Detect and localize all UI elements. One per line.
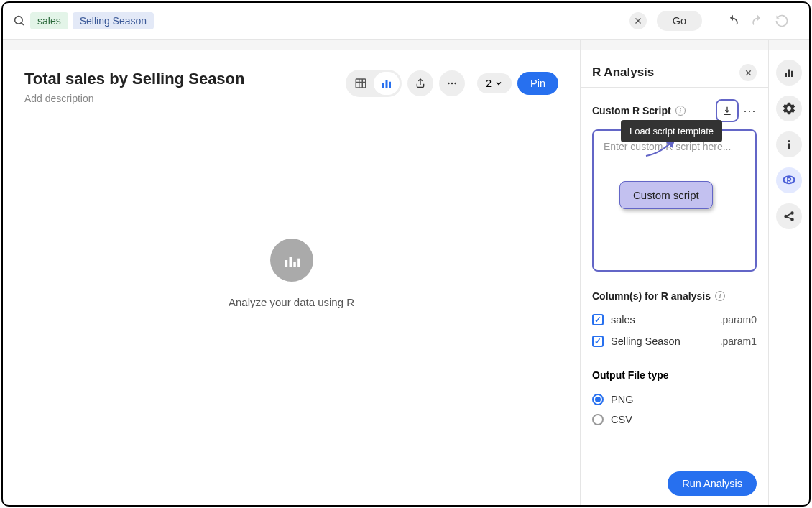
rail-share-button[interactable]: [776, 203, 802, 229]
output-option-csv[interactable]: CSV: [592, 410, 757, 430]
panel-title: R Analysis: [592, 65, 654, 80]
svg-rect-15: [289, 257, 292, 267]
rail-info-button[interactable]: [776, 131, 802, 157]
right-rail: R: [769, 40, 809, 506]
radio-label: PNG: [611, 394, 633, 405]
redo-button[interactable]: [750, 14, 765, 28]
column-name: sales: [611, 314, 713, 325]
go-button[interactable]: Go: [657, 11, 702, 31]
script-input[interactable]: Enter custom R script here... Custom scr…: [592, 129, 757, 272]
svg-point-29: [785, 216, 787, 218]
column-name: Selling Season: [611, 336, 713, 347]
reset-button[interactable]: [775, 14, 789, 28]
svg-rect-26: [788, 144, 790, 149]
script-section-label: Custom R Script i: [592, 105, 686, 116]
search-icon: [13, 14, 26, 27]
svg-point-30: [791, 212, 793, 214]
column-row[interactable]: Selling Season .param1: [592, 331, 757, 352]
svg-point-0: [15, 17, 23, 24]
radio-label: CSV: [611, 414, 632, 425]
svg-rect-16: [293, 262, 296, 267]
info-icon[interactable]: i: [675, 106, 686, 116]
info-icon[interactable]: i: [715, 291, 725, 301]
svg-rect-23: [788, 70, 790, 78]
svg-line-33: [787, 217, 791, 219]
content-area: Total sales by Selling Season Add descri…: [3, 40, 581, 506]
r-analysis-panel: Load script template R Analysis: [581, 40, 769, 506]
script-placeholder: Enter custom R script here...: [604, 141, 745, 152]
empty-state-icon: [270, 239, 313, 282]
svg-point-25: [788, 140, 790, 142]
svg-rect-14: [285, 260, 287, 267]
empty-state-text: Analyze your data using R: [229, 296, 354, 308]
script-more-menu[interactable]: ⋯: [743, 103, 757, 119]
radio-button[interactable]: [592, 414, 604, 425]
svg-rect-24: [791, 71, 793, 77]
column-row[interactable]: sales .param0: [592, 309, 757, 331]
svg-line-32: [787, 213, 791, 216]
svg-text:R: R: [786, 177, 792, 185]
load-script-template-button[interactable]: [716, 99, 739, 122]
columns-section-label: Column(s) for R analysis i: [592, 290, 757, 302]
svg-point-31: [791, 218, 793, 221]
column-checkbox[interactable]: [592, 336, 604, 347]
svg-rect-22: [785, 73, 787, 77]
column-param: .param0: [720, 314, 757, 325]
search-tag-season[interactable]: Selling Season: [73, 12, 154, 29]
output-option-png[interactable]: PNG: [592, 389, 757, 410]
radio-button[interactable]: [592, 394, 604, 405]
search-tag-sales[interactable]: sales: [30, 12, 68, 29]
run-analysis-button[interactable]: Run Analysis: [668, 471, 757, 496]
clear-search-button[interactable]: [629, 12, 647, 29]
custom-script-badge: Custom script: [619, 181, 713, 209]
svg-rect-17: [297, 259, 300, 267]
divider: [714, 9, 714, 33]
rail-settings-button[interactable]: [776, 96, 802, 121]
undo-button[interactable]: [726, 14, 740, 28]
empty-state: Analyze your data using R: [24, 61, 558, 486]
rail-chart-button[interactable]: [776, 60, 802, 86]
search-bar: sales Selling Season Go: [3, 3, 809, 40]
column-checkbox[interactable]: [592, 314, 604, 325]
column-param: .param1: [720, 336, 757, 347]
close-panel-button[interactable]: [739, 64, 757, 81]
output-section-label: Output File type: [592, 369, 757, 381]
svg-line-1: [22, 23, 24, 25]
rail-r-button[interactable]: R: [776, 167, 802, 193]
load-script-tooltip: Load script template: [621, 120, 722, 142]
